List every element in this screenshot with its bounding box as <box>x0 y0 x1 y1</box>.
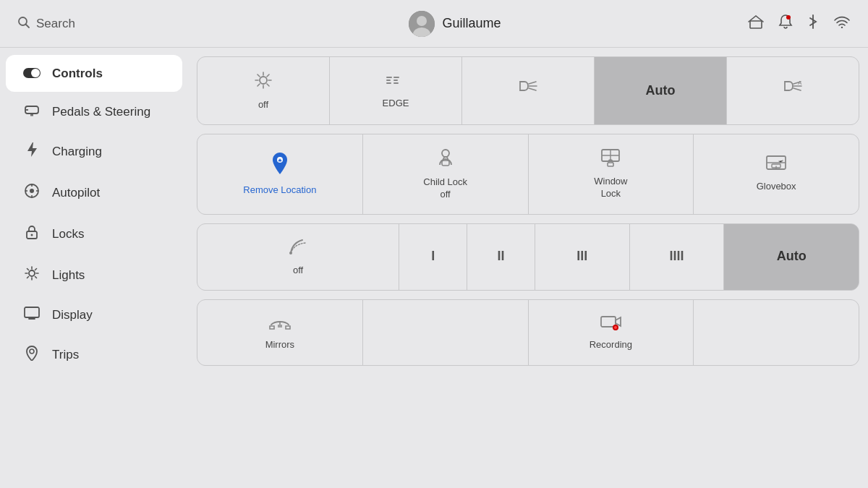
auto-cell[interactable]: Auto <box>595 57 726 124</box>
wiper-auto-label: Auto <box>777 248 807 265</box>
svg-rect-65 <box>601 317 616 327</box>
sidebar-item-charging[interactable]: Charging <box>6 132 182 171</box>
wiper-auto-cell[interactable]: Auto <box>724 224 859 290</box>
svg-point-15 <box>30 189 34 193</box>
auto-label: Auto <box>646 82 676 99</box>
svg-rect-31 <box>25 307 39 317</box>
wiper-off-label: off <box>293 265 303 277</box>
remove-location-label: Remove Location <box>243 184 316 197</box>
recording-label: Recording <box>590 339 632 351</box>
mirrors-label: Mirrors <box>265 339 294 351</box>
svg-point-52 <box>442 150 449 157</box>
sidebar-item-trips[interactable]: Trips <box>6 335 182 374</box>
svg-rect-5 <box>750 21 762 28</box>
sidebar-label-lights: Lights <box>52 268 85 283</box>
sidebar-label-locks: Locks <box>52 227 84 241</box>
sidebar-item-pedals[interactable]: Pedals & Steering <box>6 93 182 130</box>
svg-rect-53 <box>442 160 449 166</box>
mirrors-icon <box>268 313 292 335</box>
svg-point-21 <box>31 234 33 236</box>
svg-point-35 <box>260 77 267 84</box>
steering-icon <box>23 103 41 120</box>
header-icons <box>748 14 851 33</box>
svg-point-9 <box>841 27 843 28</box>
remove-location-cell[interactable]: Remove Location <box>197 134 362 214</box>
wiper-2-label: II <box>497 248 504 265</box>
svg-rect-57 <box>608 163 613 166</box>
svg-line-42 <box>267 74 269 77</box>
search-area[interactable]: Search <box>17 16 162 32</box>
window-lock-label: WindowLock <box>594 176 627 200</box>
trips-icon <box>23 345 41 364</box>
mirrors-cell[interactable]: Mirrors <box>197 300 362 365</box>
wiper-1-cell[interactable]: I <box>399 224 467 290</box>
location-pin-icon <box>270 151 290 180</box>
svg-point-61 <box>289 252 292 254</box>
main-layout: Controls Pedals & Steering Charging <box>0 48 868 488</box>
svg-point-22 <box>29 270 35 276</box>
child-lock-label: Child Lockoff <box>423 176 467 201</box>
sun-icon <box>23 265 41 285</box>
svg-point-11 <box>31 69 40 77</box>
empty-cell-2 <box>694 300 859 365</box>
lightning-icon <box>23 142 41 161</box>
svg-line-41 <box>267 84 269 86</box>
display-icon <box>23 307 41 323</box>
glovebox-cell[interactable]: Glovebox <box>694 134 859 214</box>
sidebar-label-autopilot: Autopilot <box>52 186 100 200</box>
home-icon[interactable] <box>748 14 764 33</box>
svg-line-28 <box>35 277 37 278</box>
lock-icon <box>23 224 41 244</box>
light-off-label: off <box>258 99 268 111</box>
sidebar-item-lights[interactable]: Lights <box>6 255 182 295</box>
header: Search Guillaume <box>0 0 868 48</box>
recording-cell[interactable]: Recording <box>529 300 694 365</box>
edge-cell[interactable]: EDGE <box>330 57 461 124</box>
svg-point-34 <box>30 349 34 354</box>
window-lock-icon <box>600 148 621 171</box>
bell-icon[interactable] <box>778 14 793 33</box>
controls-row: Remove Location Child Lockoff <box>197 134 859 215</box>
glovebox-icon <box>765 155 787 176</box>
svg-line-46 <box>529 88 536 90</box>
wiper-row: off I II III IIII Auto <box>197 223 859 291</box>
sidebar-item-autopilot[interactable]: Autopilot <box>6 173 182 213</box>
bluetooth-icon[interactable] <box>807 14 819 33</box>
edge-icon <box>384 72 407 93</box>
toggle-icon <box>23 65 41 82</box>
light-off-cell[interactable]: off <box>197 57 329 124</box>
sidebar-label-controls: Controls <box>52 67 103 81</box>
wiper-3-cell[interactable]: III <box>535 224 629 290</box>
autopilot-icon <box>23 183 41 202</box>
sidebar-item-controls[interactable]: Controls <box>6 55 182 92</box>
window-lock-cell[interactable]: WindowLock <box>529 134 694 214</box>
svg-point-7 <box>786 15 791 20</box>
beam-a-cell[interactable]: A <box>727 57 859 124</box>
svg-line-1 <box>26 24 30 27</box>
svg-line-40 <box>258 74 260 77</box>
svg-line-44 <box>529 82 536 84</box>
sidebar-item-locks[interactable]: Locks <box>6 214 182 254</box>
avatar <box>409 11 435 37</box>
glovebox-label: Glovebox <box>757 181 796 193</box>
wiper-1-label: I <box>431 248 435 265</box>
wifi-icon[interactable] <box>833 15 851 32</box>
wiper-2-cell[interactable]: II <box>467 224 535 290</box>
wiper-off-cell[interactable]: off <box>197 224 399 290</box>
wiper-4-cell[interactable]: IIII <box>630 224 724 290</box>
sidebar-label-display: Display <box>52 308 93 322</box>
svg-line-29 <box>35 269 37 270</box>
sidebar-item-display[interactable]: Display <box>6 296 182 333</box>
search-label: Search <box>36 17 75 31</box>
wiper-3-label: III <box>576 248 587 265</box>
svg-line-30 <box>27 277 29 278</box>
svg-line-49 <box>793 88 801 90</box>
svg-point-3 <box>417 16 427 26</box>
beam-d-cell[interactable] <box>462 57 594 124</box>
wiper-off-icon <box>286 237 310 260</box>
camera-icon <box>600 313 621 335</box>
sidebar-label-pedals: Pedals & Steering <box>52 105 150 119</box>
lighting-row: off EDGE <box>197 56 859 125</box>
child-lock-cell[interactable]: Child Lockoff <box>363 134 528 214</box>
sidebar: Controls Pedals & Steering Charging <box>0 48 188 488</box>
